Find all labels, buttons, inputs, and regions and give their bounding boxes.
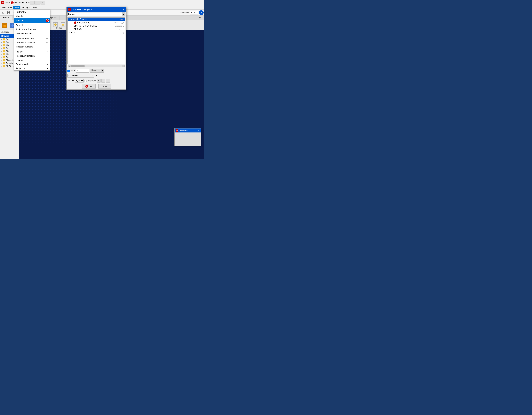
db-hscroll[interactable] bbox=[71, 65, 122, 67]
db-close-button[interactable]: Close bbox=[98, 84, 111, 89]
db-tree-row-spring1[interactable]: + SPRING_1 spring bbox=[68, 28, 125, 31]
db-row-label-root: example_3_press bbox=[71, 18, 87, 20]
db-tree: - example_3_press Model c MEA_ANGLE_1 Me… bbox=[67, 18, 125, 64]
menu-tools[interactable]: Tools bbox=[31, 6, 38, 9]
menu-view[interactable]: View bbox=[13, 6, 20, 9]
db-ok-label: OK bbox=[89, 85, 92, 88]
menu-render-mode[interactable]: Render Mode bbox=[14, 62, 50, 66]
menu-file[interactable]: File bbox=[1, 6, 7, 9]
view-menu-dropdown: Part Only... Model... Measure... b Refre… bbox=[14, 10, 50, 71]
db-sort-label: Sort by bbox=[67, 80, 74, 82]
maximize-button[interactable]: ☐ bbox=[35, 1, 40, 4]
db-expand-mdi[interactable]: + bbox=[69, 32, 71, 34]
svg-point-1 bbox=[11, 24, 14, 27]
db-row-type-root: Model bbox=[119, 18, 124, 20]
toolbar-new-btn[interactable]: ⊞ bbox=[1, 10, 6, 15]
menu-command-window[interactable]: Command Window F3 bbox=[14, 36, 50, 40]
menu-layout[interactable]: Layout... bbox=[14, 58, 50, 62]
coord-window-body bbox=[175, 132, 201, 146]
db-browse-input[interactable] bbox=[67, 12, 122, 16]
menu-part-only[interactable]: Part Only... bbox=[14, 10, 50, 14]
db-sort-dash-btn[interactable]: -- bbox=[106, 79, 110, 83]
db-navigator-dialog: Ad Database Navigator ✕ ▼ - example_3_pr… bbox=[66, 7, 126, 90]
expand-icon-allother: + bbox=[1, 65, 3, 67]
folder-icon-results bbox=[3, 62, 5, 64]
db-highlight-checkbox[interactable] bbox=[85, 80, 87, 82]
bodies-rigid-btn[interactable] bbox=[1, 23, 8, 28]
menu-model[interactable]: Model... bbox=[14, 14, 50, 18]
menu-preset[interactable]: Pre-Set bbox=[14, 50, 50, 54]
svg-point-6 bbox=[55, 24, 57, 26]
minimize-button[interactable]: — bbox=[30, 1, 35, 4]
sidebar-label-me: Me bbox=[6, 53, 9, 55]
menu-position-orientation[interactable]: Position/Orientation bbox=[14, 54, 50, 58]
coord-window: Ad Coordinat... ✕ bbox=[174, 128, 201, 146]
menu-measure[interactable]: Measure... b bbox=[14, 18, 50, 23]
menu-layout-label: Layout... bbox=[16, 59, 24, 61]
tab-results[interactable]: Its bbox=[197, 16, 204, 20]
db-row-type-spring-force: Measure_V bbox=[115, 25, 124, 27]
db-actions-row: d OK Close bbox=[67, 83, 126, 90]
db-ok-button[interactable]: d OK bbox=[82, 84, 96, 89]
folder-icon-simulations bbox=[3, 59, 5, 61]
folder-icon-allother bbox=[3, 65, 5, 67]
db-navigator-close[interactable]: ✕ bbox=[123, 8, 124, 11]
sidebar-label-ele: Ele bbox=[6, 50, 9, 53]
folder-icon-fo bbox=[3, 47, 5, 49]
menu-view-accessories[interactable]: View Accessories... bbox=[14, 31, 50, 36]
bodies-sphere-btn[interactable] bbox=[52, 22, 59, 27]
db-row-label-spring-force: SPRING_1_MEA_FORCE bbox=[74, 25, 97, 27]
close-button[interactable]: ✕ bbox=[40, 1, 45, 4]
db-filter-row: Filter Browse... ▼ bbox=[67, 68, 126, 73]
menu-refresh[interactable]: Refresh bbox=[14, 23, 50, 27]
db-ok-badge: d bbox=[85, 85, 88, 88]
db-tree-row-mdi[interactable]: + MDI Library bbox=[68, 31, 125, 34]
db-row-type-spring1: spring bbox=[119, 28, 124, 30]
folder-icon-co bbox=[3, 41, 5, 43]
db-filter-browse-drop[interactable]: ▼ bbox=[101, 69, 104, 73]
db-all-objects-select[interactable]: All Objects bbox=[67, 74, 94, 77]
coord-close-btn[interactable]: ✕ bbox=[198, 129, 200, 132]
db-sort-minus-btn[interactable]: - bbox=[102, 79, 105, 83]
db-sort-plus-btn[interactable]: + bbox=[97, 79, 101, 83]
menu-sep-1 bbox=[14, 36, 50, 36]
db-tree-row-root[interactable]: - example_3_press Model bbox=[68, 18, 125, 21]
db-hscroll-thumb bbox=[71, 65, 85, 67]
coord-window-title-bar: Ad Coordinat... ✕ bbox=[175, 129, 201, 132]
tab-bodies[interactable]: Bodies bbox=[0, 16, 12, 20]
title-bar: Ad Adams View Adams 2020 a — ☐ ✕ bbox=[0, 0, 204, 5]
folder-icon-de bbox=[3, 56, 5, 58]
db-filter-browse-btn[interactable]: Browse... bbox=[90, 69, 101, 73]
menu-message-window[interactable]: Message Window bbox=[14, 45, 50, 49]
db-expand-spring1[interactable]: + bbox=[71, 28, 73, 30]
menu-toolbox[interactable]: Toolbox and Toolbars... bbox=[14, 27, 50, 31]
folder-icon-ele bbox=[3, 50, 5, 52]
db-row-label-mdi: MDI bbox=[71, 31, 75, 34]
menu-settings[interactable]: Settings bbox=[20, 6, 31, 9]
menu-projection-label: Projection bbox=[16, 67, 25, 70]
sidebar-label-allother: All Other bbox=[6, 65, 14, 67]
expand-icon-me: + bbox=[1, 53, 3, 55]
sidebar-label-co: Co bbox=[6, 41, 9, 44]
increment-input[interactable] bbox=[190, 11, 198, 14]
db-filter-input[interactable] bbox=[76, 69, 89, 73]
bodies-box-btn[interactable] bbox=[59, 22, 66, 27]
db-row-type-mdi: Library bbox=[118, 32, 124, 34]
increment-label: Increment bbox=[180, 11, 189, 14]
db-browse-dropdown-btn[interactable]: ▼ bbox=[122, 12, 125, 16]
menu-edit[interactable]: Edit bbox=[7, 6, 13, 9]
db-expand-root[interactable]: - bbox=[69, 18, 71, 20]
db-icon-mea-angle: c bbox=[74, 21, 76, 24]
db-scroll-left[interactable]: ◀ bbox=[68, 65, 71, 67]
menu-projection[interactable]: Projection bbox=[14, 66, 50, 70]
db-tree-row-mea-angle[interactable]: c MEA_ANGLE_1 Measure_M bbox=[68, 21, 125, 24]
db-scrollbar: ◀ ▶ bbox=[67, 65, 125, 68]
toolbar-save-btn[interactable]: 💾 bbox=[6, 10, 11, 15]
db-scroll-right[interactable]: ▶ bbox=[122, 65, 124, 67]
db-tree-row-spring-force[interactable]: SPRING_1_MEA_FORCE Measure_V bbox=[68, 24, 125, 28]
help-btn[interactable]: ? bbox=[199, 10, 204, 15]
db-sort-select[interactable]: Type bbox=[75, 79, 84, 83]
db-filter-checkbox[interactable] bbox=[67, 70, 70, 72]
menu-coordinate-window[interactable]: Coordinate Window F4 bbox=[14, 40, 50, 45]
app-icon: Ad bbox=[1, 1, 4, 4]
